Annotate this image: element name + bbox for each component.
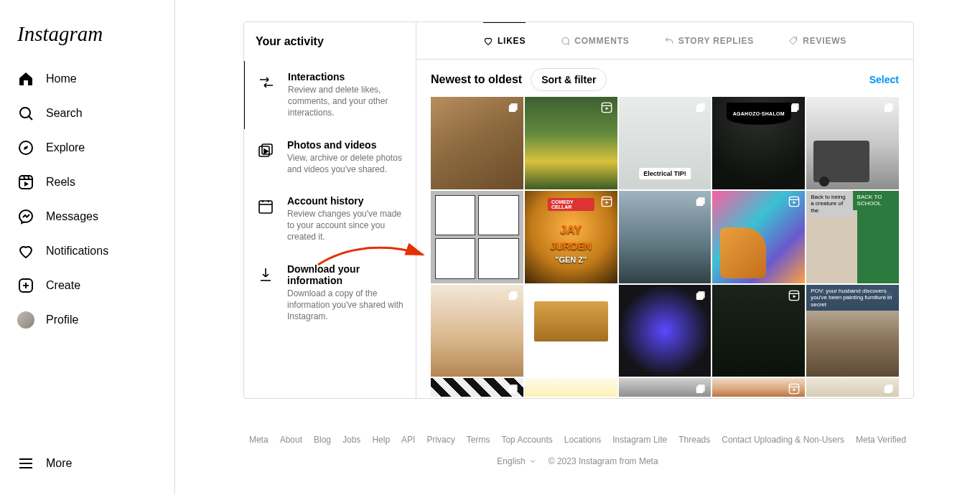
activity-item-desc: View, archive or delete photos and video… [287, 152, 404, 175]
likes-grid: Electrical TIP!AGAHOZO·SHALOMCOMEDY CELL… [431, 97, 899, 397]
carousel-icon [694, 101, 706, 114]
sidebar-more-label: More [46, 457, 72, 470]
footer-link[interactable]: API [401, 435, 415, 445]
liked-post[interactable] [619, 191, 711, 283]
tile-badge-text: COMEDY CELLAR [548, 198, 594, 211]
liked-post[interactable] [806, 378, 899, 397]
footer-link[interactable]: About [280, 435, 302, 445]
activity-item-title: Download your information [287, 263, 404, 286]
language-selector[interactable]: English [497, 456, 536, 466]
activity-item-title: Interactions [288, 71, 404, 82]
liked-post[interactable] [806, 97, 899, 189]
sidebar-item-home[interactable]: Home [9, 62, 166, 96]
footer-links: MetaAboutBlogJobsHelpAPIPrivacyTermsTop … [175, 435, 980, 445]
sidebar-item-label: Messages [46, 210, 98, 223]
activity-item-download-your-information[interactable]: Download your information Download a cop… [244, 253, 416, 333]
instagram-logo[interactable]: Instagram [9, 6, 166, 56]
tile-caption: POV: your husband discovers you've been … [806, 285, 899, 311]
liked-post[interactable] [619, 285, 711, 377]
tab-label: REVIEWS [803, 36, 846, 46]
reel-icon [600, 101, 613, 114]
footer-link[interactable]: Locations [564, 435, 601, 445]
likes-grid-wrap: Electrical TIP!AGAHOZO·SHALOMCOMEDY CELL… [416, 97, 913, 398]
footer-link[interactable]: Instagram Lite [612, 435, 667, 445]
tab-label: COMMENTS [574, 36, 629, 46]
carousel-icon [694, 382, 706, 395]
liked-post[interactable] [431, 191, 523, 283]
comment-icon [560, 36, 570, 46]
footer-link[interactable]: Blog [314, 435, 331, 445]
liked-post[interactable]: POV: your husband discovers you've been … [806, 285, 899, 377]
activity-item-title: Photos and videos [287, 139, 404, 151]
sidebar-item-profile[interactable]: Profile [9, 303, 166, 337]
footer-link[interactable]: Contact Uploading & Non-Users [722, 435, 844, 445]
sidebar-more[interactable]: More [9, 446, 166, 481]
tab-likes[interactable]: LIKES [483, 22, 526, 59]
activity-item-desc: Review and delete likes, comments, and y… [288, 84, 404, 119]
reel-icon [788, 195, 801, 208]
sidebar-item-create[interactable]: Create [9, 268, 166, 303]
sidebar-item-notifications[interactable]: Notifications [9, 234, 166, 268]
liked-post[interactable] [431, 97, 523, 189]
liked-post[interactable] [712, 378, 805, 397]
carousel-icon [882, 101, 895, 114]
tab-story-replies[interactable]: STORY REPLIES [664, 22, 755, 59]
tab-reviews[interactable]: REVIEWS [788, 22, 846, 59]
liked-post[interactable]: Back to being a creature of theBACK TO S… [806, 191, 899, 283]
activity-item-account-history[interactable]: Account history Review changes you've ma… [244, 185, 416, 253]
liked-post[interactable] [525, 378, 617, 397]
liked-post[interactable]: COMEDY CELLARJAYJURDEN"GEN Z" [525, 191, 617, 283]
sort-filter-button[interactable]: Sort & filter [531, 68, 607, 91]
activity-panel: Your activity Interactions Review and de… [244, 22, 416, 398]
sidebar-item-label: Reels [46, 176, 75, 189]
sidebar-item-search[interactable]: Search [9, 96, 166, 131]
liked-post[interactable] [712, 285, 805, 377]
footer-link[interactable]: Privacy [426, 435, 454, 445]
activity-card: Your activity Interactions Review and de… [243, 22, 914, 399]
footer-link[interactable]: Meta Verified [856, 435, 906, 445]
messenger-icon [17, 208, 34, 225]
footer-link[interactable]: Terms [467, 435, 490, 445]
carousel-icon [882, 382, 895, 395]
liked-post[interactable]: AGAHOZO·SHALOM [712, 97, 805, 189]
liked-post[interactable] [619, 378, 711, 397]
left-sidebar: Instagram HomeSearchExploreReelsMessages… [0, 0, 175, 495]
plus-icon [17, 277, 34, 294]
footer-link[interactable]: Top Accounts [501, 435, 552, 445]
footer-link[interactable]: Meta [249, 435, 269, 445]
sidebar-item-label: Profile [46, 314, 78, 326]
heart-icon [483, 36, 493, 46]
reel-icon [788, 289, 801, 302]
sidebar-item-label: Home [46, 72, 77, 85]
liked-post[interactable] [712, 191, 805, 283]
liked-post[interactable] [525, 97, 617, 189]
footer-link[interactable]: Help [372, 435, 390, 445]
liked-post[interactable] [431, 285, 523, 377]
reels-icon [17, 174, 34, 191]
liked-post[interactable] [525, 285, 617, 377]
hamburger-icon [17, 455, 34, 472]
tab-comments[interactable]: COMMENTS [560, 22, 629, 59]
tile-text: "GEN Z" [555, 255, 587, 264]
tile-sign-text: AGAHOZO·SHALOM [727, 103, 791, 125]
carousel-icon [506, 289, 519, 302]
carousel-icon [694, 195, 706, 208]
liked-post[interactable]: Electrical TIP! [619, 97, 711, 189]
activity-icon [256, 141, 276, 161]
sidebar-item-messages[interactable]: Messages [9, 199, 166, 234]
select-button[interactable]: Select [869, 74, 899, 85]
tile-caption: BACK TO SCHOOL [853, 191, 899, 210]
activity-item-photos-and-videos[interactable]: Photos and videos View, archive or delet… [244, 129, 416, 185]
sidebar-item-label: Create [46, 279, 80, 292]
compass-icon [17, 139, 34, 156]
footer-link[interactable]: Jobs [342, 435, 360, 445]
liked-post[interactable] [431, 378, 523, 397]
search-icon [17, 105, 34, 122]
sidebar-item-label: Search [46, 107, 83, 120]
sidebar-item-explore[interactable]: Explore [9, 131, 166, 165]
reel-icon [788, 382, 801, 395]
footer-link[interactable]: Threads [678, 435, 710, 445]
carousel-icon [506, 101, 519, 114]
activity-item-interactions[interactable]: Interactions Review and delete likes, co… [243, 61, 416, 129]
sidebar-item-reels[interactable]: Reels [9, 165, 166, 199]
